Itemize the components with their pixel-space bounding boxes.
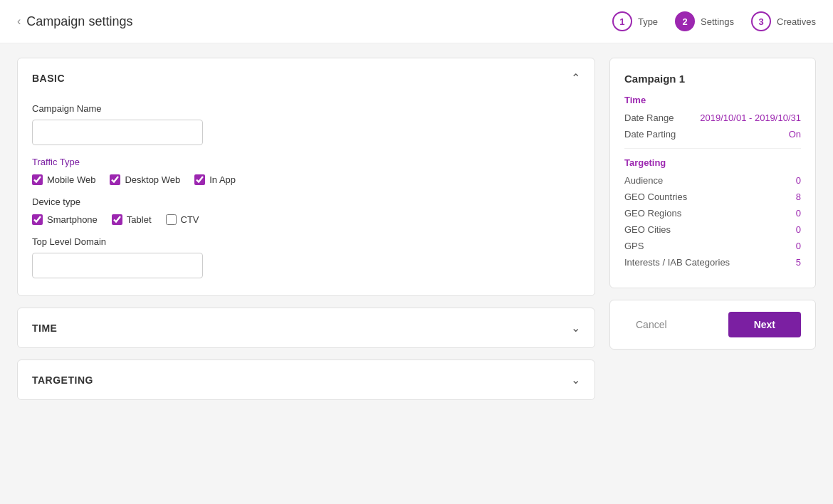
steps-nav: 1 Type 2 Settings 3 Creatives [612, 11, 816, 31]
targeting-row-value: 0 [796, 208, 801, 219]
summary-date-range-value: 2019/10/01 - 2019/10/31 [700, 112, 801, 123]
targeting-section-title: TARGETING [32, 374, 93, 386]
step-1: 1 Type [612, 11, 658, 31]
summary-card: Campaign 1 Time Date Range 2019/10/01 - … [609, 58, 816, 288]
header: ‹ Campaign settings 1 Type 2 Settings 3 … [0, 0, 833, 43]
summary-targeting-row: GEO Cities 0 [624, 224, 801, 235]
traffic-in-app: In App [194, 174, 236, 185]
basic-section-card: BASIC ⌃ Campaign Name Traffic Type Mobil… [17, 58, 595, 296]
campaign-name-label: Campaign Name [32, 103, 580, 114]
desktop-web-label[interactable]: Desktop Web [125, 174, 180, 185]
tablet-checkbox[interactable] [112, 214, 122, 225]
step-1-circle[interactable]: 1 [612, 11, 632, 31]
ctv-label[interactable]: CTV [181, 214, 199, 225]
targeting-row-label: GEO Regions [624, 208, 681, 219]
cancel-button[interactable]: Cancel [624, 313, 679, 336]
device-type-group: Smartphone Tablet CTV [32, 214, 580, 225]
targeting-row-label: GPS [624, 241, 644, 251]
summary-targeting-row: Audience 0 [624, 175, 801, 186]
step-1-label: Type [638, 16, 658, 27]
device-ctv: CTV [166, 214, 199, 225]
summary-targeting-rows: Audience 0 GEO Countries 8 GEO Regions 0… [624, 175, 801, 268]
smartphone-checkbox[interactable] [32, 214, 43, 225]
traffic-desktop-web: Desktop Web [110, 174, 180, 185]
step-2-label: Settings [701, 16, 734, 27]
in-app-checkbox[interactable] [194, 174, 205, 185]
right-panel: Campaign 1 Time Date Range 2019/10/01 - … [609, 58, 816, 350]
step-3-circle[interactable]: 3 [751, 11, 771, 31]
targeting-row-value: 0 [796, 224, 801, 235]
targeting-row-value: 5 [796, 257, 801, 268]
page-title: Campaign settings [26, 14, 132, 29]
summary-targeting-row: GPS 0 [624, 241, 801, 251]
campaign-name-input[interactable] [32, 120, 203, 145]
targeting-row-label: Audience [624, 175, 663, 186]
basic-chevron-icon: ⌃ [571, 71, 580, 85]
step-3-label: Creatives [777, 16, 816, 27]
smartphone-label[interactable]: Smartphone [47, 214, 98, 225]
summary-campaign-name: Campaign 1 [624, 73, 801, 85]
time-section-title: TIME [32, 322, 57, 334]
time-section-header[interactable]: TIME ⌄ [18, 308, 594, 347]
mobile-web-checkbox[interactable] [32, 174, 43, 185]
back-button[interactable]: ‹ [17, 15, 21, 28]
summary-date-range-label: Date Range [624, 112, 674, 123]
action-card: Cancel Next [609, 300, 816, 350]
summary-targeting-row: GEO Countries 8 [624, 191, 801, 202]
basic-section-title: BASIC [32, 73, 65, 84]
step-2-circle[interactable]: 2 [675, 11, 695, 31]
targeting-row-value: 0 [796, 241, 801, 251]
device-smartphone: Smartphone [32, 214, 98, 225]
summary-targeting-row: Interests / IAB Categories 5 [624, 257, 801, 268]
basic-section-body: Campaign Name Traffic Type Mobile Web De… [18, 98, 594, 295]
targeting-row-label: GEO Cities [624, 224, 671, 235]
tablet-label[interactable]: Tablet [127, 214, 152, 225]
top-domain-label: Top Level Domain [32, 236, 580, 247]
targeting-section-header[interactable]: TARGETING ⌄ [18, 360, 594, 399]
device-tablet: Tablet [112, 214, 152, 225]
targeting-row-value: 0 [796, 175, 801, 186]
summary-targeting-row: GEO Regions 0 [624, 208, 801, 219]
next-button[interactable]: Next [728, 312, 801, 337]
summary-time-title: Time [624, 95, 801, 105]
time-chevron-icon: ⌄ [571, 321, 580, 335]
device-type-label: Device type [32, 196, 580, 207]
left-panel: BASIC ⌃ Campaign Name Traffic Type Mobil… [17, 58, 595, 400]
traffic-mobile-web: Mobile Web [32, 174, 95, 185]
in-app-label[interactable]: In App [209, 174, 236, 185]
targeting-row-value: 8 [796, 191, 801, 202]
basic-section-header[interactable]: BASIC ⌃ [18, 58, 594, 98]
step-3: 3 Creatives [751, 11, 816, 31]
summary-date-parting-row: Date Parting On [624, 129, 801, 140]
targeting-chevron-icon: ⌄ [571, 373, 580, 387]
time-section-card: TIME ⌄ [17, 308, 595, 348]
mobile-web-label[interactable]: Mobile Web [47, 174, 95, 185]
targeting-row-label: GEO Countries [624, 191, 687, 202]
step-2: 2 Settings [675, 11, 734, 31]
top-domain-input[interactable] [32, 253, 203, 278]
desktop-web-checkbox[interactable] [110, 174, 120, 185]
targeting-row-label: Interests / IAB Categories [624, 257, 730, 268]
traffic-type-label: Traffic Type [32, 157, 580, 167]
header-left: ‹ Campaign settings [17, 14, 132, 29]
summary-targeting-title: Targeting [624, 157, 801, 168]
summary-date-range-row: Date Range 2019/10/01 - 2019/10/31 [624, 112, 801, 123]
summary-date-parting-value: On [789, 129, 801, 140]
summary-divider [624, 148, 801, 149]
targeting-section-card: TARGETING ⌄ [17, 359, 595, 400]
traffic-type-group: Mobile Web Desktop Web In App [32, 174, 580, 185]
summary-date-parting-label: Date Parting [624, 129, 676, 140]
main-content: BASIC ⌃ Campaign Name Traffic Type Mobil… [0, 43, 833, 414]
ctv-checkbox[interactable] [166, 214, 177, 225]
